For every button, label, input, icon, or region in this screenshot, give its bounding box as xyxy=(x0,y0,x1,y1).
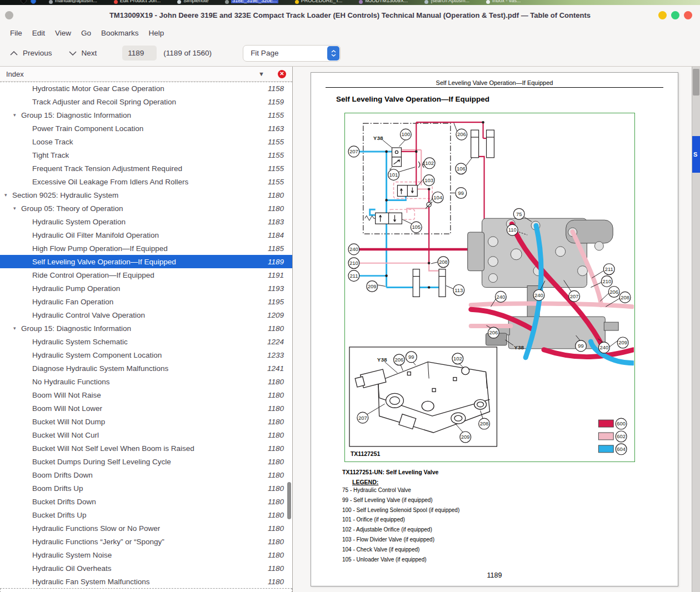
browser-tab[interactable]: Inbox - vas... xyxy=(486,0,521,5)
callout-208: 208 xyxy=(619,292,631,303)
toc-row[interactable]: Bucket Dumps During Self Leveling Cycle1… xyxy=(0,455,292,468)
svg-text:110: 110 xyxy=(508,227,517,233)
callout-110: 110 xyxy=(507,224,518,235)
expander-triangle-icon[interactable]: ▾ xyxy=(13,112,21,118)
callout-211: 211 xyxy=(603,264,614,275)
toc-row[interactable]: Hydraulic Functions “Jerky” or “Spongy”1… xyxy=(0,535,292,548)
toc-row[interactable]: Boom Drifts Down1180 xyxy=(0,468,292,481)
browser-tab[interactable]: MJODTM13009X... xyxy=(359,0,408,5)
toc-item-page: 1180 xyxy=(268,378,284,386)
toc-row[interactable]: ▾Section 9025: Hydraulic System1180 xyxy=(0,188,292,202)
toc-row[interactable]: ▾Group 05: Theory of Operation1180 xyxy=(0,202,292,215)
svg-text:206: 206 xyxy=(395,357,404,363)
toc-item-page: 1184 xyxy=(268,231,284,239)
toc-row[interactable]: ▾Group 15: Diagnostic Information1180 xyxy=(0,322,292,335)
menu-bookmarks[interactable]: Bookmarks xyxy=(96,28,144,38)
toc-row[interactable]: Hydraulic System Operation1183 xyxy=(0,215,292,228)
toc-row[interactable]: Bucket Drifts Up1180 xyxy=(0,508,292,521)
toc-row[interactable]: Diagnose Hydraulic System Malfunctions12… xyxy=(0,362,292,375)
toc-row[interactable]: Tight Track1155 xyxy=(0,148,292,162)
menu-edit[interactable]: Edit xyxy=(27,28,50,38)
toc-row[interactable]: Hydraulic System Noise1180 xyxy=(0,548,292,561)
menu-file[interactable]: File xyxy=(5,28,27,38)
callout-206: 206 xyxy=(488,327,499,338)
toc-item-page: 1158 xyxy=(268,84,284,93)
toolbar: Previous Next (1189 of 1560) Fit Page xyxy=(0,40,700,67)
toc-row[interactable]: Bucket Will Not Self Level When Boom is … xyxy=(0,442,292,455)
next-button[interactable]: Next xyxy=(62,46,104,61)
menu-help[interactable]: Help xyxy=(144,28,169,38)
toc-row[interactable]: Boom Drifts Up1180 xyxy=(0,481,292,495)
swatch-602 xyxy=(598,433,613,440)
menu-go[interactable]: Go xyxy=(76,28,96,38)
toc-row[interactable]: Hydraulic System Schematic1224 xyxy=(0,335,292,348)
minimize-button[interactable] xyxy=(658,11,667,19)
toc-row[interactable]: Hydraulic Control Valve Operation1209 xyxy=(0,308,292,322)
toc-item-page: 1163 xyxy=(268,124,284,133)
toc-row[interactable]: Bucket Will Not Curl1180 xyxy=(0,428,292,442)
toc-item-page: 1180 xyxy=(268,431,284,439)
toc-row[interactable]: Hydraulic Oil Overheats1180 xyxy=(0,561,292,575)
toc-row[interactable]: Hydrostatic Motor Gear Case Operation115… xyxy=(0,82,292,95)
side-panel-tab[interactable]: S xyxy=(692,136,700,173)
svg-text:207: 207 xyxy=(570,293,579,299)
toc-item-label: Hydraulic Control Valve Operation xyxy=(32,311,145,319)
browser-tab[interactable]: [search Aptusm... xyxy=(424,0,469,5)
browser-tab[interactable]: PROCEDURE_T... xyxy=(295,0,343,5)
expander-triangle-icon[interactable]: ▾ xyxy=(13,205,21,211)
expander-triangle-icon[interactable]: ▾ xyxy=(13,325,21,331)
callout-105: 105 xyxy=(411,222,422,233)
toc-row[interactable]: Bucket Drifts Down1180 xyxy=(0,495,292,508)
maximize-button[interactable] xyxy=(671,11,679,19)
toc-row[interactable]: Loose Track1155 xyxy=(0,135,292,148)
toc-row[interactable]: Power Train Component Location1163 xyxy=(0,122,292,135)
toc-row[interactable]: Self Leveling Valve Operation—If Equippe… xyxy=(0,255,292,268)
toc-row[interactable]: Hydraulic System Component Location1233 xyxy=(0,348,292,362)
toc-row[interactable]: ▾Group 15: Diagnostic Information1155 xyxy=(0,108,292,122)
menu-view[interactable]: View xyxy=(50,28,76,38)
tab-title: [search Aptusm... xyxy=(431,0,469,3)
toc-row[interactable]: No Hydraulic Functions1180 xyxy=(0,375,292,388)
toc-row[interactable]: Hydraulic Fan Operation1195 xyxy=(0,295,292,308)
chevron-down-icon xyxy=(69,51,77,56)
window-titlebar: TM13009X19 - John Deere 319E and 323E Co… xyxy=(0,5,700,26)
page-number-input[interactable] xyxy=(122,46,157,61)
sidebar-close-icon[interactable]: ✕ xyxy=(278,70,286,78)
toc-row[interactable]: Hydraulic Pump Operation1193 xyxy=(0,282,292,295)
tab-title: manual@aptusm... xyxy=(55,0,97,3)
scrollbar-thumb[interactable] xyxy=(693,69,699,96)
toc-row[interactable]: Ride Control Operation—If Equipped1191 xyxy=(0,268,292,282)
svg-text:240: 240 xyxy=(497,294,506,300)
toc-row[interactable]: Hydraulic Oil Filter Manifold Operation1… xyxy=(0,228,292,242)
sidebar-scrollbar-thumb[interactable] xyxy=(287,482,291,519)
header-rule xyxy=(326,87,663,88)
callout-102: 102 xyxy=(452,353,463,364)
toc-row[interactable]: Boom Will Not Lower1180 xyxy=(0,402,292,415)
tab-favicon xyxy=(295,0,299,4)
browser-tab[interactable]: Simplenote xyxy=(177,0,208,5)
toc-row[interactable]: Hydraulic Fan Will Not Reverse Direction… xyxy=(0,588,292,592)
close-button[interactable] xyxy=(684,11,692,19)
svg-text:99: 99 xyxy=(458,190,464,196)
toc-row[interactable]: High Flow Pump Operation—If Equipped1185 xyxy=(0,242,292,255)
chevron-down-icon[interactable]: ▼ xyxy=(258,71,264,77)
expander-triangle-icon[interactable]: ▾ xyxy=(4,192,12,198)
toc-row[interactable]: Frequent Track Tension Adjustment Requir… xyxy=(0,162,292,175)
toc-row[interactable]: Excessive Oil Leakage From Idlers And Ro… xyxy=(0,175,292,188)
toc-item-page: 1180 xyxy=(268,204,284,213)
svg-text:211: 211 xyxy=(349,273,358,279)
browser-tab[interactable]: Edit Product Joh... xyxy=(114,0,161,5)
toc-row[interactable]: Bucket Will Not Dump1180 xyxy=(0,415,292,428)
toc-item-label: Hydraulic System Noise xyxy=(32,551,112,559)
toc-row[interactable]: Hydraulic Functions Slow or No Power1180 xyxy=(0,521,292,535)
stepper-icon[interactable] xyxy=(327,46,339,61)
toc-item-label: Self Leveling Valve Operation—If Equippe… xyxy=(32,258,176,266)
toc-item-label: Hydraulic Oil Filter Manifold Operation xyxy=(32,231,159,239)
browser-tab[interactable]: 318E_319E_320E... xyxy=(225,0,278,5)
toc-row[interactable]: Boom Will Not Raise1180 xyxy=(0,388,292,402)
zoom-select[interactable]: Fit Page xyxy=(243,45,341,62)
toc-row[interactable]: Hydraulic Fan System Malfunctions1180 xyxy=(0,575,292,588)
previous-button[interactable]: Previous xyxy=(3,46,59,61)
toc-row[interactable]: Track Adjuster and Recoil Spring Operati… xyxy=(0,95,292,108)
browser-tab[interactable]: manual@aptusm... xyxy=(49,0,97,5)
